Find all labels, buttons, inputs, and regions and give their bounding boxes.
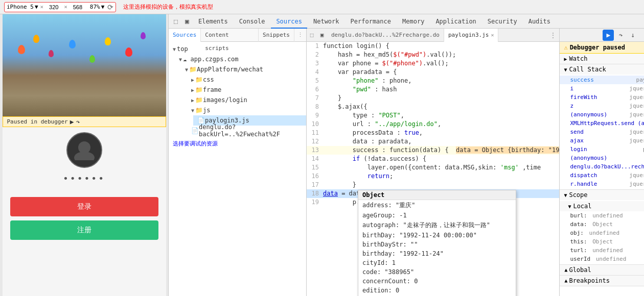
balloon-7	[125, 47, 132, 57]
tree-item-frame[interactable]: ▶ 📁 frame	[187, 85, 306, 95]
code-tabs-more[interactable]: ⋮	[547, 29, 559, 42]
call-item-send[interactable]: send jquery-2.2.3.	[560, 128, 644, 136]
tree-item-denglu[interactable]: 📄 denglu.do?backUrl=..%2Fwechat%2F	[187, 126, 306, 136]
step-over-debug-icon[interactable]: ↷	[615, 30, 626, 41]
global-arrow: ▶	[563, 268, 568, 272]
subtab-snippets[interactable]: Snippets	[259, 29, 294, 42]
code-line-17: 17 }	[307, 181, 559, 189]
folder-icon-images: 📁	[195, 96, 203, 104]
tree-item-js[interactable]: ▼ 📁 js	[187, 105, 306, 115]
code-line-1: 1 function login() {	[307, 42, 559, 51]
tooltip-row-concerncount: concernCount: 0	[358, 277, 516, 286]
tab-memory[interactable]: Memory	[397, 14, 429, 29]
call-item-xmlhttp[interactable]: XMLHttpRequest.send (asyn	[560, 119, 644, 128]
tree-label-paylogin: paylogin3.js	[205, 117, 249, 124]
code-line-15: 15 layer.open({content: data.MSG,skin: '…	[307, 163, 559, 172]
phone-panel: Paused in debugger ▶ ↷ ••••••	[0, 14, 169, 296]
device-selector[interactable]: iPhone 5 ▼ × × 87% ▼ ⟳	[4, 2, 116, 12]
call-item-rhandle[interactable]: r.handle jquery-2.2.3.	[560, 180, 644, 188]
resume-button[interactable]: ▶	[70, 118, 74, 126]
tree-item-images[interactable]: ▶ 📁 images/login	[187, 95, 306, 105]
code-line-11: 11 processData : true,	[307, 129, 559, 137]
code-line-6: 6 "pwd" : hash	[307, 85, 559, 94]
tab-audits[interactable]: Audits	[523, 14, 556, 29]
local-scope-header[interactable]: ▼ Local	[560, 201, 644, 211]
login-button[interactable]: 登录	[10, 197, 158, 216]
tree-label-js: js	[203, 107, 210, 114]
call-fn-dispatch: dispatch	[570, 172, 597, 179]
global-section: ▶ Global	[560, 265, 644, 276]
call-item-anon[interactable]: (anonymous) jquery-2.2.3.	[560, 110, 644, 119]
tree-item-css[interactable]: ▶ 📁 css	[187, 75, 306, 85]
tab-console[interactable]: Console	[234, 14, 270, 29]
global-header[interactable]: ▶ Global	[560, 265, 644, 275]
call-fn-send: send	[570, 129, 584, 135]
tree-item-path[interactable]: ▼ 📁 AppPlatform/wechat	[181, 64, 306, 75]
tree-item-domain[interactable]: ▼ ☁ app.czgps.com	[175, 54, 306, 64]
tree-label-frame: frame	[203, 86, 221, 93]
code-line-8: 8 $.ajax({	[307, 103, 559, 111]
call-item-dispatch[interactable]: dispatch jquery-2.2.3.	[560, 171, 644, 180]
call-file-send: jquery-2.2.3.	[629, 129, 644, 135]
scope-header[interactable]: ▼ Scope	[560, 190, 644, 200]
code-tab-paylogin[interactable]: paylogin3.js ✕	[444, 29, 499, 42]
scope-obj: obj: undefined	[560, 229, 644, 237]
device-annotation: 这里选择模拟的设备，模拟真实机型	[123, 3, 213, 11]
call-item-anon2[interactable]: (anonymous)	[560, 154, 644, 162]
resume-debug-icon[interactable]: ▶	[603, 30, 614, 41]
tab-security[interactable]: Security	[482, 14, 522, 29]
code-line-4: 4 var paradata = {	[307, 68, 559, 77]
avatar-area	[3, 132, 166, 168]
tree-item-top[interactable]: ▼ top	[169, 44, 306, 54]
zoom-dropdown-arrow[interactable]: ▼	[101, 4, 105, 10]
device-dropdown-arrow[interactable]: ▼	[35, 4, 38, 10]
code-content[interactable]: 1 function login() { 2 hash = hex_md5($(…	[307, 42, 559, 296]
sources-more-icon[interactable]: ⋮	[294, 29, 306, 41]
call-item-login[interactable]: login paylogin3	[560, 145, 644, 154]
mobile-icon[interactable]: ▣	[182, 16, 192, 27]
scope-arrow: ▼	[564, 192, 567, 198]
file-tree: ▼ top ▼ ☁ app.czgps.com ▼ 📁	[169, 42, 306, 296]
tree-arrow-js: ▼	[191, 108, 194, 113]
global-label: Global	[569, 266, 591, 274]
code-panel-icon2[interactable]: ▣	[317, 30, 327, 40]
close-tab-icon[interactable]: ✕	[491, 32, 494, 38]
tree-label-top: top	[177, 45, 188, 53]
call-item-denglu[interactable]: denglu.do?backU...recharge	[560, 162, 644, 171]
tab-sources[interactable]: Sources	[271, 14, 307, 29]
rotate-icon[interactable]: ⟳	[107, 3, 113, 11]
code-panel-icon[interactable]: ⬚	[307, 30, 317, 40]
balloon-2	[33, 35, 39, 43]
call-item-firewith[interactable]: fireWith jquery-2.2.3.	[560, 93, 644, 102]
tab-application[interactable]: Application	[430, 14, 481, 29]
tab-performance[interactable]: Performance	[346, 14, 396, 29]
source-annotation: 选择要调试的资源	[169, 138, 306, 150]
tab-elements[interactable]: Elements	[193, 14, 233, 29]
subtab-sources[interactable]: Sources	[169, 29, 201, 42]
call-item-ajax[interactable]: ajax jquery-2.2.3.	[560, 136, 644, 145]
width-input[interactable]	[45, 4, 62, 10]
call-fn-denglu: denglu.do?backU...recharge	[570, 163, 644, 170]
step-over-button[interactable]: ↷	[76, 118, 80, 126]
tree-label-path: AppPlatform/wechat	[197, 66, 263, 73]
step-out-debug-icon[interactable]: ↑	[639, 30, 644, 41]
tab-network[interactable]: Network	[308, 14, 344, 29]
call-stack-section: ▼ Call Stack success paylogin3.j i	[560, 64, 644, 190]
inspect-icon[interactable]: ⬚	[171, 16, 181, 27]
devtools-content: Sources Content scripts Snippets ⋮ ▼ top	[169, 29, 644, 296]
call-fn-login: login	[570, 146, 587, 153]
breakpoints-header[interactable]: ▶ Breakpoints	[560, 276, 644, 286]
watch-header[interactable]: ▶ Watch	[560, 54, 644, 64]
call-item-i[interactable]: i jquery-2.2.3.	[560, 84, 644, 93]
breakpoints-section: ▶ Breakpoints	[560, 276, 644, 286]
call-file-anon: jquery-2.2.3.	[629, 111, 644, 118]
step-into-debug-icon[interactable]: ↓	[627, 30, 638, 41]
register-button[interactable]: 注册	[10, 220, 158, 240]
call-item-z[interactable]: z jquery-2.2.3.	[560, 102, 644, 110]
subtab-content-scripts[interactable]: Content scripts	[201, 29, 259, 42]
height-input[interactable]	[70, 4, 86, 10]
tooltip-row-autograph: autograph: "走袜子的路，让袜子和我一路"	[358, 220, 516, 231]
call-item-success[interactable]: success paylogin3.j	[560, 76, 644, 84]
call-stack-header[interactable]: ▼ Call Stack	[560, 64, 644, 75]
code-tab-denglu[interactable]: denglu.do?backU...%2Frecharge.do	[327, 29, 444, 42]
